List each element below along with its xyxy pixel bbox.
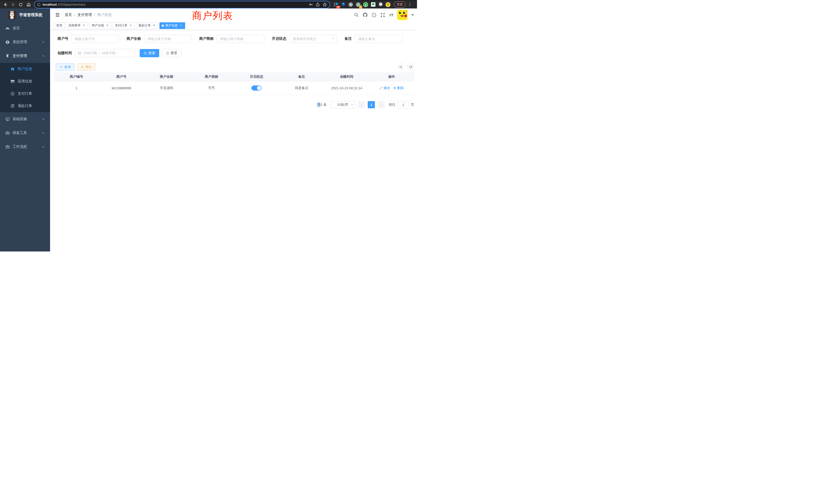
refresh-icon [166, 51, 169, 55]
table-toolbar: ＋ 新增 导出 [56, 63, 414, 71]
sidebar-item-pay[interactable]: ¥ 支付管理 [0, 49, 50, 63]
fullscreen-icon[interactable] [380, 13, 385, 18]
full-name-input[interactable] [144, 35, 192, 43]
sidebar-item-workflow[interactable]: 工作流程 [0, 140, 50, 154]
extension-y-icon[interactable]: y [363, 2, 368, 7]
sidebar-item-label: 应用信息 [18, 79, 45, 84]
sidebar-item-app-info[interactable]: 应用信息 [0, 75, 50, 88]
svg-text:⌘: ⌘ [349, 3, 352, 6]
sidebar-item-system[interactable]: 系统管理 [0, 35, 50, 49]
remark-input[interactable] [355, 35, 402, 43]
export-button[interactable]: 导出 [77, 63, 95, 71]
prev-page-button[interactable]: ‹ [358, 101, 365, 108]
add-button[interactable]: ＋ 新增 [56, 63, 74, 71]
tab-label: 商户信息 [166, 23, 178, 28]
sidebar-collapse-button[interactable] [54, 11, 61, 19]
sidebar-item-label: 基础设施 [13, 117, 39, 121]
tab-close-icon[interactable]: × [152, 24, 156, 27]
search-button[interactable]: 搜索 [140, 49, 159, 57]
avatar-caret-icon[interactable] [411, 14, 414, 17]
tab-merchant-info[interactable]: 商户信息 × [159, 22, 185, 29]
tab-close-icon[interactable]: × [129, 24, 132, 27]
refresh-table-button[interactable] [407, 63, 414, 71]
sidebar-logo[interactable]: 芋道管理系统 [0, 8, 50, 21]
sidebar-item-infra[interactable]: 基础设施 [0, 112, 50, 126]
browser-back-button[interactable] [2, 1, 9, 8]
address-bar[interactable]: localhost:1024/pay/merchant [35, 1, 330, 8]
show-search-toggle-button[interactable] [397, 63, 404, 71]
breadcrumb-separator: / [74, 13, 75, 17]
gem-icon [341, 2, 346, 7]
browser-update-button[interactable]: 更新 [394, 1, 406, 8]
page-size-select[interactable]: 10条/页 [330, 101, 355, 108]
cell-full-name: 芋道源码 [144, 81, 189, 95]
next-page-button[interactable]: › [377, 101, 385, 108]
breadcrumb-home[interactable]: 首页 [65, 13, 72, 17]
sidebar-item-label: 工作流程 [13, 144, 39, 149]
svg-text:?: ? [373, 14, 375, 17]
page-number-1[interactable]: 1 [368, 101, 375, 108]
font-size-icon[interactable]: ᴛT [389, 13, 393, 17]
bookmark-star-icon[interactable] [323, 2, 327, 7]
sidebar-item-home[interactable]: 首页 [0, 21, 50, 35]
goto-page-input[interactable] [397, 101, 409, 108]
col-header-id: 商户编号 [54, 72, 99, 81]
yen-circle-icon: ¥ [10, 92, 15, 96]
forward-icon [11, 3, 15, 7]
hamburger-icon [55, 12, 60, 18]
col-header-short-name: 商户简称 [189, 72, 234, 81]
browser-menu-button[interactable] [410, 3, 410, 6]
create-time-range-picker[interactable]: 开始日期 - 结束日期 [75, 49, 135, 57]
documents-icon [10, 104, 15, 108]
sidebar-item-pay-order[interactable]: ¥ 支付订单 [0, 88, 50, 100]
edit-link[interactable]: 修改 [379, 86, 390, 90]
help-icon[interactable]: ? [372, 13, 376, 18]
short-name-input[interactable] [217, 35, 264, 43]
chevron-down-icon [42, 131, 45, 135]
delete-link[interactable]: 删除 [393, 86, 404, 90]
status-select[interactable] [289, 35, 337, 43]
password-key-icon[interactable] [309, 2, 313, 7]
breadcrumb: 首页 / 支付管理 / 商户信息 [65, 13, 112, 17]
pagination-total: 共 1 条 [317, 102, 327, 107]
profile-avatar-icon[interactable] [386, 2, 391, 7]
tab-close-icon[interactable]: × [179, 24, 183, 27]
plus-icon: ＋ [60, 65, 63, 69]
user-avatar[interactable] [397, 10, 408, 20]
extension-command-icon[interactable]: ⌘ [348, 2, 353, 7]
merchant-no-input[interactable] [71, 35, 119, 43]
sidebar-item-refund-order[interactable]: 退款订单 [0, 100, 50, 112]
browser-reload-button[interactable] [18, 1, 24, 8]
tab-process-form[interactable]: 流程表单 × [66, 22, 88, 29]
extension-gem-icon[interactable] [341, 2, 346, 7]
col-header-status: 开启状态 [234, 72, 279, 81]
share-icon[interactable] [315, 2, 320, 7]
status-toggle[interactable] [251, 86, 262, 91]
header-search-icon[interactable] [354, 13, 359, 17]
merchant-table: 商户编号 商户号 商户全称 商户简称 开启状态 备注 创建时间 操作 1 M23… [54, 72, 414, 95]
github-icon[interactable] [363, 12, 368, 18]
extension-chat-icon[interactable] [371, 2, 376, 7]
sidebar-menu: 首页 系统管理 ¥ 支付管理 商户信息 应用信息 [0, 21, 50, 154]
sidebar-item-dev-tools[interactable]: 研发工具 [0, 126, 50, 140]
extension-recorder-icon[interactable]: 1 [356, 2, 361, 7]
toolbox-icon [5, 145, 10, 149]
extension-grid-icon[interactable]: 10 [333, 2, 338, 7]
extensions-puzzle-icon[interactable] [378, 2, 383, 7]
tab-home[interactable]: 首页 [54, 22, 65, 29]
toggle-knob [257, 86, 261, 90]
sidebar-item-label: 首页 [13, 26, 45, 30]
tab-close-icon[interactable]: × [106, 24, 109, 27]
pagination: 共 1 条 10条/页 ‹ 1 › 前往 页 [54, 101, 414, 108]
tags-view-bar: 首页 流程表单 × 用户分组 × 支付订单 × 退款订单 × 商户信息 × [50, 21, 417, 30]
reset-button[interactable]: 重置 [162, 49, 181, 57]
browser-home-button[interactable] [25, 1, 32, 8]
shop-icon [10, 67, 15, 71]
sidebar-item-merchant-info[interactable]: 商户信息 [0, 63, 50, 75]
tab-refund-order[interactable]: 退款订单 × [136, 22, 158, 29]
tab-pay-order[interactable]: 支付订单 × [113, 22, 135, 29]
tab-user-group[interactable]: 用户分组 × [89, 22, 111, 29]
tab-close-icon[interactable]: × [82, 24, 86, 27]
browser-forward-button[interactable] [10, 1, 17, 8]
end-date-placeholder: 结束日期 [102, 51, 115, 55]
